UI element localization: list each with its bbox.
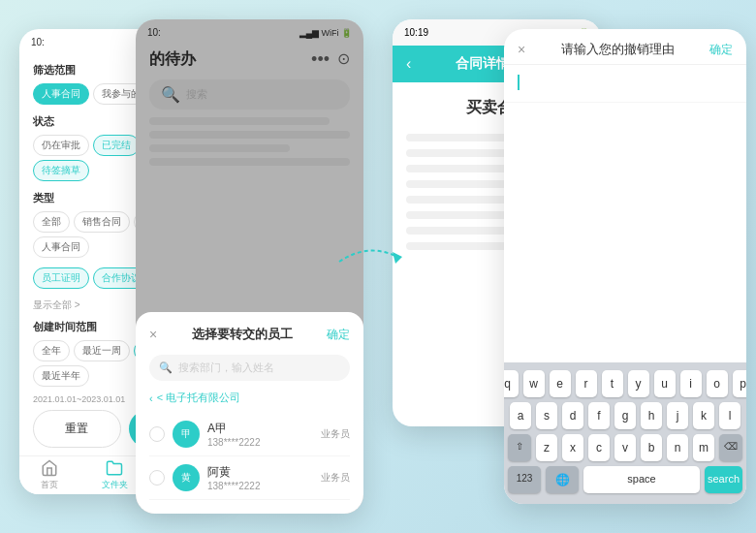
tag-renshihetong2[interactable]: 人事合同	[33, 236, 89, 258]
tag-yiwanjie[interactable]: 已完结	[93, 135, 140, 156]
key-g[interactable]: g	[614, 402, 636, 429]
key-space[interactable]: space	[583, 466, 700, 493]
tag-zaishenpai[interactable]: 仍在审批	[33, 135, 89, 156]
key-search[interactable]: search	[705, 466, 742, 493]
modal-search-bar[interactable]: 🔍 搜索部门，输入姓名	[149, 355, 350, 381]
svg-marker-2	[393, 252, 402, 264]
modal-search-icon: 🔍	[159, 361, 173, 374]
key-n[interactable]: n	[667, 434, 688, 461]
key-p[interactable]: p	[733, 370, 747, 397]
keyboard-prompt: 请输入您的撤销理由	[525, 41, 709, 58]
employee-role-2: 业务员	[321, 471, 350, 485]
right-time: 10:19	[404, 27, 428, 38]
key-y[interactable]: y	[628, 370, 649, 397]
modal-title: 选择要转交的员工	[192, 326, 293, 343]
nav-folder-label: 文件夹	[102, 479, 128, 491]
key-123[interactable]: 123	[508, 466, 541, 493]
radio-1[interactable]	[149, 426, 165, 442]
avatar-2: 黄	[173, 464, 200, 491]
key-s[interactable]: s	[536, 402, 557, 429]
key-r[interactable]: r	[576, 370, 597, 397]
employee-info-1: A甲 138****2222	[207, 421, 313, 448]
employee-role-1: 业务员	[321, 427, 350, 441]
modal-close[interactable]: ×	[149, 327, 157, 342]
reset-button[interactable]: 重置	[33, 410, 121, 448]
keyboard-confirm[interactable]: 确定	[709, 42, 733, 58]
tag-daiqiancaocao[interactable]: 待签摘草	[33, 160, 89, 181]
keyboard-close[interactable]: ×	[518, 42, 525, 57]
employee-item-1[interactable]: 甲 A甲 138****2222 业务员	[149, 413, 350, 456]
key-u[interactable]: u	[654, 370, 676, 397]
body-line-8	[406, 242, 515, 250]
company-name: < 电子托有限公司	[157, 391, 240, 405]
key-c[interactable]: c	[588, 434, 610, 461]
key-b[interactable]: b	[641, 434, 662, 461]
company-label[interactable]: ‹ < 电子托有限公司	[149, 391, 350, 405]
key-v[interactable]: v	[614, 434, 636, 461]
key-t[interactable]: t	[602, 370, 623, 397]
key-a[interactable]: a	[510, 402, 531, 429]
arrow-decoration	[330, 233, 407, 275]
key-j[interactable]: j	[667, 402, 688, 429]
employee-name-1: A甲	[207, 421, 313, 437]
tag-xiaoshouhetong[interactable]: 销售合同	[74, 211, 130, 233]
modal-search-placeholder: 搜索部门，输入姓名	[178, 361, 274, 375]
employee-info-2: 阿黄 138****2222	[207, 464, 313, 491]
left-time: 10:	[31, 37, 45, 47]
modal-header: × 选择要转交的员工 确定	[149, 326, 350, 343]
modal-confirm[interactable]: 确定	[327, 327, 350, 343]
key-z[interactable]: z	[536, 434, 557, 461]
key-m[interactable]: m	[693, 434, 714, 461]
key-d[interactable]: d	[562, 402, 583, 429]
key-row-1: q w e r t y u i o p	[508, 370, 742, 397]
employee-item-2[interactable]: 黄 阿黄 138****2222 业务员	[149, 456, 350, 500]
key-backspace[interactable]: ⌫	[719, 434, 742, 461]
key-e[interactable]: e	[550, 370, 571, 397]
tag-quanbu[interactable]: 全部	[33, 211, 70, 233]
key-o[interactable]: o	[707, 370, 728, 397]
avatar-1: 甲	[173, 421, 200, 448]
body-line-4	[406, 180, 515, 188]
text-cursor	[518, 75, 520, 90]
key-shift[interactable]: ⇧	[508, 434, 531, 461]
employee-phone-2: 138****2222	[207, 481, 313, 491]
key-k[interactable]: k	[693, 402, 714, 429]
company-chevron: ‹	[149, 392, 153, 404]
back-button[interactable]: ‹	[406, 55, 411, 73]
reason-input-area[interactable]	[504, 65, 746, 103]
key-q[interactable]: q	[504, 370, 519, 397]
employee-name-2: 阿黄	[207, 464, 313, 481]
nav-folder[interactable]: 文件夹	[102, 459, 128, 491]
key-row-3: ⇧ z x c v b n m ⌫	[508, 434, 742, 461]
key-h[interactable]: h	[641, 402, 662, 429]
key-l[interactable]: l	[719, 402, 740, 429]
tag-renshihetong[interactable]: 人事合同	[33, 83, 89, 105]
tag-zuijinyizhou[interactable]: 最近一周	[74, 340, 130, 361]
key-row-2: a s d f g h j k l	[508, 402, 742, 429]
key-row-4: 123 🌐 space search	[508, 466, 742, 493]
keyboard-phone: × 请输入您的撤销理由 确定 q w e r t y u i o p a s d…	[504, 29, 746, 504]
date-range-title: 创建时间范围	[33, 320, 97, 334]
nav-home[interactable]: 首页	[41, 459, 58, 491]
keyboard-area: q w e r t y u i o p a s d f g h j k l ⇧ …	[504, 362, 746, 504]
key-f[interactable]: f	[588, 402, 610, 429]
nav-home-label: 首页	[41, 479, 58, 491]
radio-2[interactable]	[149, 470, 165, 486]
key-globe[interactable]: 🌐	[546, 466, 579, 493]
key-i[interactable]: i	[680, 370, 702, 397]
tag-yuangongzm[interactable]: 员工证明	[33, 267, 89, 289]
key-w[interactable]: w	[523, 370, 545, 397]
key-x[interactable]: x	[562, 434, 583, 461]
tag-quannian[interactable]: 全年	[33, 340, 70, 361]
tag-zuijinbannian[interactable]: 最近半年	[33, 365, 89, 387]
transfer-modal: × 选择要转交的员工 确定 🔍 搜索部门，输入姓名 ‹ < 电子托有限公司 甲 …	[136, 312, 363, 514]
keyboard-header: × 请输入您的撤销理由 确定	[504, 29, 746, 65]
employee-phone-1: 138****2222	[207, 437, 313, 448]
